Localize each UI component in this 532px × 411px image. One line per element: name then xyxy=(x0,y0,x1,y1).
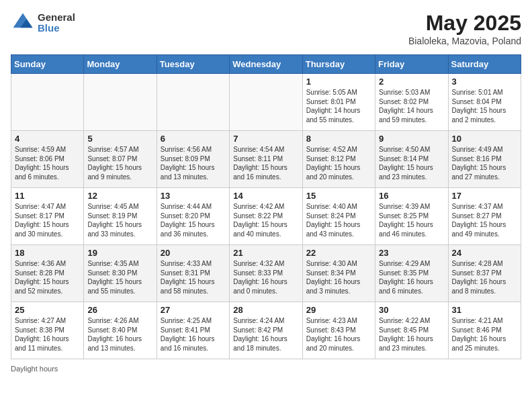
calendar-cell xyxy=(84,74,157,131)
cell-info: Sunrise: 4:35 AM Sunset: 8:30 PM Dayligh… xyxy=(87,259,152,295)
calendar-cell: 14Sunrise: 4:42 AM Sunset: 8:22 PM Dayli… xyxy=(230,188,302,245)
day-number: 9 xyxy=(379,134,444,144)
cell-info: Sunrise: 4:23 AM Sunset: 8:43 PM Dayligh… xyxy=(306,316,371,353)
day-number: 19 xyxy=(87,248,152,258)
day-number: 13 xyxy=(161,191,226,201)
day-number: 17 xyxy=(452,191,517,201)
calendar-cell: 26Sunrise: 4:26 AM Sunset: 8:40 PM Dayli… xyxy=(84,302,157,359)
calendar-cell: 27Sunrise: 4:25 AM Sunset: 8:41 PM Dayli… xyxy=(157,302,229,359)
day-number: 29 xyxy=(306,305,371,315)
calendar-cell: 3Sunrise: 5:01 AM Sunset: 8:04 PM Daylig… xyxy=(448,74,521,131)
logo-general: General xyxy=(38,12,75,24)
calendar-cell xyxy=(157,74,229,131)
cell-info: Sunrise: 4:44 AM Sunset: 8:20 PM Dayligh… xyxy=(161,202,226,238)
cell-info: Sunrise: 4:42 AM Sunset: 8:22 PM Dayligh… xyxy=(233,202,298,238)
day-number: 12 xyxy=(87,191,152,201)
location: Bialoleka, Mazovia, Poland xyxy=(408,36,521,46)
column-header-tuesday: Tuesday xyxy=(157,55,229,74)
day-number: 27 xyxy=(161,305,226,315)
cell-info: Sunrise: 4:45 AM Sunset: 8:19 PM Dayligh… xyxy=(87,202,152,238)
calendar-cell: 12Sunrise: 4:45 AM Sunset: 8:19 PM Dayli… xyxy=(84,188,157,245)
day-number: 14 xyxy=(233,191,298,201)
day-number: 16 xyxy=(379,191,444,201)
calendar-cell: 31Sunrise: 4:21 AM Sunset: 8:46 PM Dayli… xyxy=(448,302,521,359)
day-number: 1 xyxy=(306,77,371,87)
calendar-cell: 2Sunrise: 5:03 AM Sunset: 8:02 PM Daylig… xyxy=(375,74,448,131)
cell-info: Sunrise: 5:03 AM Sunset: 8:02 PM Dayligh… xyxy=(379,88,444,124)
calendar-cell: 17Sunrise: 4:37 AM Sunset: 8:27 PM Dayli… xyxy=(448,188,521,245)
calendar-cell: 16Sunrise: 4:39 AM Sunset: 8:25 PM Dayli… xyxy=(375,188,448,245)
day-number: 31 xyxy=(452,305,517,315)
day-number: 22 xyxy=(306,248,371,258)
cell-info: Sunrise: 4:57 AM Sunset: 8:07 PM Dayligh… xyxy=(87,145,152,181)
week-row-2: 4Sunrise: 4:59 AM Sunset: 8:06 PM Daylig… xyxy=(11,131,521,188)
cell-info: Sunrise: 4:24 AM Sunset: 8:42 PM Dayligh… xyxy=(233,316,298,353)
logo-blue: Blue xyxy=(38,23,75,34)
cell-info: Sunrise: 4:49 AM Sunset: 8:16 PM Dayligh… xyxy=(452,145,517,181)
calendar-cell: 9Sunrise: 4:50 AM Sunset: 8:14 PM Daylig… xyxy=(375,131,448,188)
cell-info: Sunrise: 4:21 AM Sunset: 8:46 PM Dayligh… xyxy=(452,316,517,353)
month-year: May 2025 xyxy=(408,11,521,36)
logo-icon xyxy=(11,11,35,35)
logo: General Blue xyxy=(11,11,75,35)
day-number: 23 xyxy=(379,248,444,258)
cell-info: Sunrise: 5:05 AM Sunset: 8:01 PM Dayligh… xyxy=(306,88,371,124)
calendar-table: SundayMondayTuesdayWednesdayThursdayFrid… xyxy=(11,54,521,359)
calendar-cell: 10Sunrise: 4:49 AM Sunset: 8:16 PM Dayli… xyxy=(448,131,521,188)
calendar-cell: 22Sunrise: 4:30 AM Sunset: 8:34 PM Dayli… xyxy=(302,245,375,302)
day-number: 20 xyxy=(161,248,226,258)
daylight-hours-label: Daylight hours xyxy=(11,365,58,373)
calendar-cell: 8Sunrise: 4:52 AM Sunset: 8:12 PM Daylig… xyxy=(302,131,375,188)
week-row-3: 11Sunrise: 4:47 AM Sunset: 8:17 PM Dayli… xyxy=(11,188,521,245)
calendar-cell: 1Sunrise: 5:05 AM Sunset: 8:01 PM Daylig… xyxy=(302,74,375,131)
day-number: 24 xyxy=(452,248,517,258)
cell-info: Sunrise: 4:28 AM Sunset: 8:37 PM Dayligh… xyxy=(452,259,517,295)
calendar-cell: 20Sunrise: 4:33 AM Sunset: 8:31 PM Dayli… xyxy=(157,245,229,302)
day-number: 5 xyxy=(87,134,152,144)
logo-text: General Blue xyxy=(38,12,75,34)
calendar-cell: 7Sunrise: 4:54 AM Sunset: 8:11 PM Daylig… xyxy=(230,131,302,188)
title-block: May 2025 Bialoleka, Mazovia, Poland xyxy=(408,11,521,46)
calendar-cell: 5Sunrise: 4:57 AM Sunset: 8:07 PM Daylig… xyxy=(84,131,157,188)
column-header-thursday: Thursday xyxy=(302,55,375,74)
calendar-cell: 15Sunrise: 4:40 AM Sunset: 8:24 PM Dayli… xyxy=(302,188,375,245)
cell-info: Sunrise: 4:59 AM Sunset: 8:06 PM Dayligh… xyxy=(15,145,80,181)
cell-info: Sunrise: 4:37 AM Sunset: 8:27 PM Dayligh… xyxy=(452,202,517,238)
calendar-cell: 13Sunrise: 4:44 AM Sunset: 8:20 PM Dayli… xyxy=(157,188,229,245)
page-header: General Blue May 2025 Bialoleka, Mazovia… xyxy=(11,11,521,46)
week-row-5: 25Sunrise: 4:27 AM Sunset: 8:38 PM Dayli… xyxy=(11,302,521,359)
column-header-monday: Monday xyxy=(84,55,157,74)
cell-info: Sunrise: 4:30 AM Sunset: 8:34 PM Dayligh… xyxy=(306,259,371,295)
day-number: 28 xyxy=(233,305,298,315)
cell-info: Sunrise: 4:36 AM Sunset: 8:28 PM Dayligh… xyxy=(15,259,80,295)
cell-info: Sunrise: 4:39 AM Sunset: 8:25 PM Dayligh… xyxy=(379,202,444,238)
day-number: 4 xyxy=(15,134,80,144)
calendar-cell: 6Sunrise: 4:56 AM Sunset: 8:09 PM Daylig… xyxy=(157,131,229,188)
day-number: 7 xyxy=(233,134,298,144)
column-header-saturday: Saturday xyxy=(448,55,521,74)
cell-info: Sunrise: 4:29 AM Sunset: 8:35 PM Dayligh… xyxy=(379,259,444,295)
calendar-cell: 28Sunrise: 4:24 AM Sunset: 8:42 PM Dayli… xyxy=(230,302,302,359)
cell-info: Sunrise: 4:22 AM Sunset: 8:45 PM Dayligh… xyxy=(379,316,444,353)
calendar-cell: 11Sunrise: 4:47 AM Sunset: 8:17 PM Dayli… xyxy=(11,188,84,245)
header-row: SundayMondayTuesdayWednesdayThursdayFrid… xyxy=(11,55,521,74)
calendar-cell: 19Sunrise: 4:35 AM Sunset: 8:30 PM Dayli… xyxy=(84,245,157,302)
cell-info: Sunrise: 4:56 AM Sunset: 8:09 PM Dayligh… xyxy=(161,145,226,181)
column-header-wednesday: Wednesday xyxy=(230,55,302,74)
week-row-4: 18Sunrise: 4:36 AM Sunset: 8:28 PM Dayli… xyxy=(11,245,521,302)
cell-info: Sunrise: 4:25 AM Sunset: 8:41 PM Dayligh… xyxy=(161,316,226,353)
cell-info: Sunrise: 4:54 AM Sunset: 8:11 PM Dayligh… xyxy=(233,145,298,181)
day-number: 21 xyxy=(233,248,298,258)
column-header-friday: Friday xyxy=(375,55,448,74)
day-number: 8 xyxy=(306,134,371,144)
calendar-cell xyxy=(230,74,302,131)
day-number: 2 xyxy=(379,77,444,87)
calendar-cell: 25Sunrise: 4:27 AM Sunset: 8:38 PM Dayli… xyxy=(11,302,84,359)
day-number: 25 xyxy=(15,305,80,315)
calendar-cell xyxy=(11,74,84,131)
footer: Daylight hours xyxy=(11,365,521,373)
calendar-cell: 29Sunrise: 4:23 AM Sunset: 8:43 PM Dayli… xyxy=(302,302,375,359)
day-number: 10 xyxy=(452,134,517,144)
day-number: 18 xyxy=(15,248,80,258)
cell-info: Sunrise: 4:47 AM Sunset: 8:17 PM Dayligh… xyxy=(15,202,80,238)
